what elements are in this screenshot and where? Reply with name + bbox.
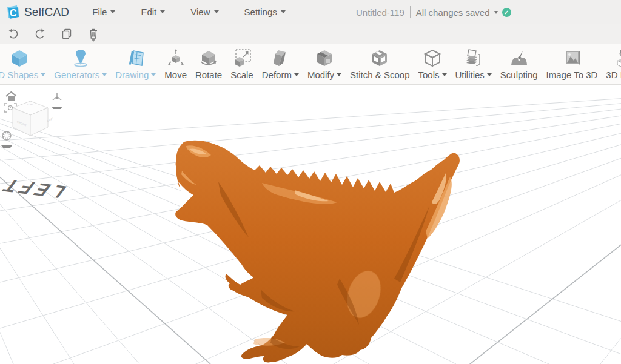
chevron-down-icon	[41, 73, 45, 76]
viewport-3d[interactable]: LEFT	[0, 85, 621, 364]
orbit-icon	[1, 130, 12, 141]
tool-deform[interactable]: Deform	[258, 48, 303, 80]
delete-button[interactable]	[80, 25, 107, 42]
saved-check-icon: ✓	[502, 8, 511, 17]
chevron-down-icon	[102, 73, 107, 76]
chevron-down-icon	[151, 73, 156, 76]
menu-items: File Edit View Settings	[85, 1, 303, 23]
chevron-down-icon	[92, 39, 95, 42]
chevron-down-icon	[110, 10, 115, 13]
document-info: Untitled-119 All changes saved ✓	[356, 0, 511, 24]
scene-canvas: LEFT	[0, 85, 621, 364]
tool-image-to-3d[interactable]: Image To 3D	[542, 48, 602, 80]
cube-face-top[interactable]: TOP	[27, 104, 33, 106]
sculpting-icon	[509, 48, 529, 68]
chevron-down-icon	[294, 73, 299, 76]
print-3d-icon	[613, 48, 621, 68]
menu-bar: C SelfCAD File Edit View Settings Untitl…	[0, 0, 621, 24]
redo-button[interactable]	[27, 25, 53, 42]
utilities-icon	[464, 48, 483, 68]
rotate-icon	[199, 48, 218, 68]
modify-icon	[315, 48, 334, 68]
floor-label-left: LEFT	[0, 175, 71, 201]
orbit-mode-button[interactable]	[1, 130, 12, 148]
tool-3d-print[interactable]: 3D Print	[602, 48, 621, 80]
save-status: All changes saved	[416, 7, 490, 18]
tool-tools[interactable]: Tools	[414, 48, 451, 80]
quick-toolbar	[0, 24, 621, 44]
selfcad-logo[interactable]: C SelfCAD	[5, 4, 69, 20]
dinosaur-model[interactable]	[175, 141, 460, 363]
undo-button[interactable]	[0, 25, 27, 42]
selfcad-app: C SelfCAD File Edit View Settings Untitl…	[0, 0, 621, 364]
generator-icon	[71, 48, 90, 68]
chevron-down-icon[interactable]	[494, 11, 498, 14]
undo-icon	[7, 28, 19, 40]
chevron-down-icon	[337, 73, 341, 76]
chevron-down-icon	[442, 73, 447, 76]
logo-text: SelfCAD	[24, 5, 69, 19]
menu-file[interactable]: File	[85, 1, 123, 23]
deform-icon	[270, 48, 290, 68]
menu-settings[interactable]: Settings	[237, 1, 293, 23]
stitch-scoop-icon	[370, 48, 389, 68]
divider	[410, 6, 411, 18]
selfcad-logo-icon: C	[5, 4, 21, 20]
copy-icon	[61, 28, 73, 40]
tool-sculpting[interactable]: Sculpting	[496, 48, 542, 80]
copy-button[interactable]	[53, 25, 80, 42]
chevron-down-icon	[160, 10, 165, 13]
chevron-down-icon	[214, 10, 219, 13]
axes-icon	[52, 92, 62, 102]
svg-text:C: C	[10, 8, 17, 18]
tool-scale[interactable]: Scale	[226, 48, 258, 80]
chevron-down-icon	[1, 145, 12, 148]
main-toolbar: 3D Shapes Generators Drawing	[0, 44, 621, 85]
trash-icon	[87, 28, 99, 39]
tool-modify[interactable]: Modify	[303, 48, 346, 80]
scale-icon	[232, 48, 252, 68]
image-to-3d-icon	[562, 48, 582, 68]
tool-3d-shapes[interactable]: 3D Shapes	[0, 48, 50, 80]
axes-toggle-button[interactable]	[52, 92, 62, 109]
menu-edit[interactable]: Edit	[133, 1, 172, 23]
chevron-down-icon	[52, 107, 62, 109]
move-icon	[166, 48, 186, 68]
viewport-nav-tools: TOP FRONT LEFT	[0, 85, 67, 152]
tools-icon	[423, 48, 442, 68]
tool-utilities[interactable]: Utilities	[451, 48, 496, 80]
redo-icon	[34, 28, 46, 40]
chevron-down-icon	[281, 10, 286, 13]
tool-rotate[interactable]: Rotate	[191, 48, 226, 80]
menu-view[interactable]: View	[183, 1, 226, 23]
view-cube[interactable]: TOP FRONT LEFT	[10, 98, 53, 139]
tool-stitch-scoop[interactable]: Stitch & Scoop	[346, 48, 414, 80]
cube-icon	[10, 48, 29, 68]
drawing-icon	[126, 48, 146, 68]
chevron-down-icon	[487, 73, 492, 76]
tool-move[interactable]: Move	[160, 48, 191, 80]
tool-drawing[interactable]: Drawing	[111, 48, 160, 80]
document-title[interactable]: Untitled-119	[356, 7, 404, 18]
tool-generators[interactable]: Generators	[50, 48, 111, 80]
